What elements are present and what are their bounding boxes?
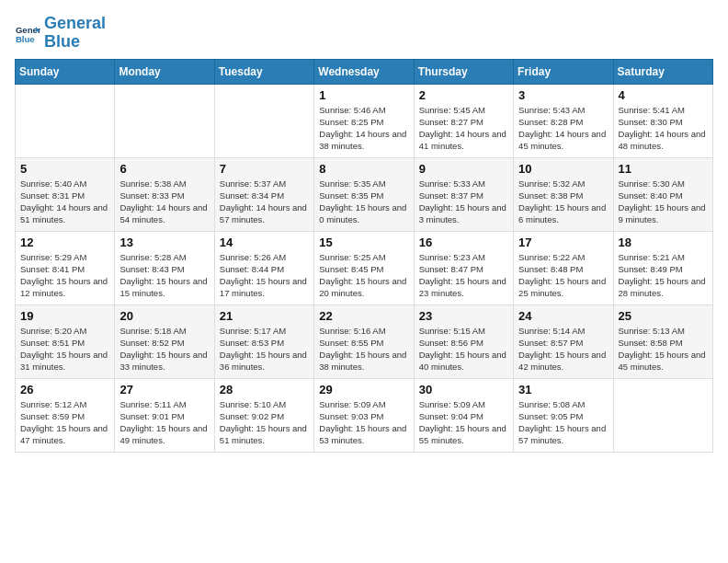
day-number: 13 (119, 236, 209, 249)
cell-info: Sunrise: 5:28 AM Sunset: 8:43 PM Dayligh… (119, 251, 209, 300)
day-number: 16 (419, 236, 508, 249)
svg-text:Blue: Blue (16, 33, 35, 43)
calendar-cell: 2Sunrise: 5:45 AM Sunset: 8:27 PM Daylig… (414, 84, 513, 157)
calendar-week-row: 26Sunrise: 5:12 AM Sunset: 8:59 PM Dayli… (16, 378, 713, 452)
calendar-cell: 24Sunrise: 5:14 AM Sunset: 8:57 PM Dayli… (514, 304, 613, 378)
page-header: General Blue General Blue (15, 15, 713, 52)
day-number: 3 (518, 88, 608, 102)
calendar-cell: 22Sunrise: 5:16 AM Sunset: 8:55 PM Dayli… (314, 304, 414, 378)
cell-info: Sunrise: 5:10 AM Sunset: 9:02 PM Dayligh… (220, 398, 309, 447)
calendar-week-row: 19Sunrise: 5:20 AM Sunset: 8:51 PM Dayli… (16, 304, 713, 378)
cell-info: Sunrise: 5:22 AM Sunset: 8:48 PM Dayligh… (518, 251, 608, 300)
cell-info: Sunrise: 5:40 AM Sunset: 8:31 PM Dayligh… (20, 178, 109, 226)
calendar-cell: 19Sunrise: 5:20 AM Sunset: 8:51 PM Dayli… (16, 304, 115, 378)
logo-icon: General Blue (15, 20, 40, 46)
calendar-cell: 23Sunrise: 5:15 AM Sunset: 8:56 PM Dayli… (414, 304, 513, 378)
calendar-cell: 12Sunrise: 5:29 AM Sunset: 8:41 PM Dayli… (16, 231, 115, 304)
logo: General Blue General Blue (15, 15, 106, 52)
day-number: 8 (319, 162, 408, 176)
calendar-cell: 16Sunrise: 5:23 AM Sunset: 8:47 PM Dayli… (414, 231, 513, 304)
calendar-week-row: 12Sunrise: 5:29 AM Sunset: 8:41 PM Dayli… (16, 231, 713, 304)
cell-info: Sunrise: 5:17 AM Sunset: 8:53 PM Dayligh… (220, 325, 309, 373)
cell-info: Sunrise: 5:30 AM Sunset: 8:40 PM Dayligh… (619, 178, 708, 226)
calendar-cell: 21Sunrise: 5:17 AM Sunset: 8:53 PM Dayli… (214, 304, 313, 378)
cell-info: Sunrise: 5:23 AM Sunset: 8:47 PM Dayligh… (419, 251, 508, 300)
day-number: 22 (319, 309, 408, 323)
day-number: 14 (220, 236, 309, 249)
calendar-cell: 31Sunrise: 5:08 AM Sunset: 9:05 PM Dayli… (514, 378, 613, 452)
day-number: 23 (419, 309, 508, 323)
calendar-cell: 11Sunrise: 5:30 AM Sunset: 8:40 PM Dayli… (613, 157, 712, 231)
day-number: 30 (419, 383, 508, 396)
calendar-cell: 3Sunrise: 5:43 AM Sunset: 8:28 PM Daylig… (514, 84, 613, 157)
day-number: 26 (20, 383, 109, 396)
logo-general: General (44, 15, 106, 33)
weekday-header: Thursday (414, 59, 513, 84)
calendar-cell: 18Sunrise: 5:21 AM Sunset: 8:49 PM Dayli… (613, 231, 712, 304)
calendar-week-row: 1Sunrise: 5:46 AM Sunset: 8:25 PM Daylig… (16, 84, 713, 157)
cell-info: Sunrise: 5:38 AM Sunset: 8:33 PM Dayligh… (119, 178, 209, 226)
day-number: 1 (319, 88, 408, 102)
cell-info: Sunrise: 5:21 AM Sunset: 8:49 PM Dayligh… (619, 251, 708, 300)
cell-info: Sunrise: 5:43 AM Sunset: 8:28 PM Dayligh… (518, 104, 608, 153)
calendar-cell: 29Sunrise: 5:09 AM Sunset: 9:03 PM Dayli… (314, 378, 414, 452)
calendar-table: SundayMondayTuesdayWednesdayThursdayFrid… (15, 59, 713, 453)
calendar-cell: 13Sunrise: 5:28 AM Sunset: 8:43 PM Dayli… (115, 231, 214, 304)
calendar-cell (16, 84, 115, 157)
cell-info: Sunrise: 5:29 AM Sunset: 8:41 PM Dayligh… (20, 251, 109, 300)
day-number: 24 (518, 309, 608, 323)
calendar-cell: 30Sunrise: 5:09 AM Sunset: 9:04 PM Dayli… (414, 378, 513, 452)
cell-info: Sunrise: 5:33 AM Sunset: 8:37 PM Dayligh… (419, 178, 508, 226)
calendar-cell: 27Sunrise: 5:11 AM Sunset: 9:01 PM Dayli… (115, 378, 214, 452)
day-number: 27 (119, 383, 209, 396)
calendar-cell: 7Sunrise: 5:37 AM Sunset: 8:34 PM Daylig… (214, 157, 313, 231)
day-number: 4 (619, 88, 708, 102)
weekday-header: Monday (115, 59, 214, 84)
day-number: 25 (619, 309, 708, 323)
calendar-body: 1Sunrise: 5:46 AM Sunset: 8:25 PM Daylig… (16, 84, 713, 452)
cell-info: Sunrise: 5:32 AM Sunset: 8:38 PM Dayligh… (518, 178, 608, 226)
cell-info: Sunrise: 5:09 AM Sunset: 9:04 PM Dayligh… (419, 398, 508, 447)
calendar-cell: 15Sunrise: 5:25 AM Sunset: 8:45 PM Dayli… (314, 231, 414, 304)
cell-info: Sunrise: 5:18 AM Sunset: 8:52 PM Dayligh… (119, 325, 209, 373)
cell-info: Sunrise: 5:20 AM Sunset: 8:51 PM Dayligh… (20, 325, 109, 373)
day-number: 12 (20, 236, 109, 249)
cell-info: Sunrise: 5:41 AM Sunset: 8:30 PM Dayligh… (619, 104, 708, 153)
calendar-cell (613, 378, 712, 452)
day-number: 28 (220, 383, 309, 396)
day-number: 5 (20, 162, 109, 176)
calendar-cell: 8Sunrise: 5:35 AM Sunset: 8:35 PM Daylig… (314, 157, 414, 231)
day-number: 19 (20, 309, 109, 323)
day-number: 29 (319, 383, 408, 396)
day-number: 2 (419, 88, 508, 102)
day-number: 17 (518, 236, 608, 249)
weekday-header: Friday (514, 59, 613, 84)
calendar-cell: 14Sunrise: 5:26 AM Sunset: 8:44 PM Dayli… (214, 231, 313, 304)
calendar-cell: 5Sunrise: 5:40 AM Sunset: 8:31 PM Daylig… (16, 157, 115, 231)
calendar-cell: 4Sunrise: 5:41 AM Sunset: 8:30 PM Daylig… (613, 84, 712, 157)
cell-info: Sunrise: 5:26 AM Sunset: 8:44 PM Dayligh… (220, 251, 309, 300)
cell-info: Sunrise: 5:15 AM Sunset: 8:56 PM Dayligh… (419, 325, 508, 373)
day-number: 15 (319, 236, 408, 249)
cell-info: Sunrise: 5:16 AM Sunset: 8:55 PM Dayligh… (319, 325, 408, 373)
day-number: 18 (619, 236, 708, 249)
cell-info: Sunrise: 5:45 AM Sunset: 8:27 PM Dayligh… (419, 104, 508, 153)
day-number: 11 (619, 162, 708, 176)
weekday-header: Saturday (613, 59, 712, 84)
cell-info: Sunrise: 5:08 AM Sunset: 9:05 PM Dayligh… (518, 398, 608, 447)
day-number: 10 (518, 162, 608, 176)
calendar-header-row: SundayMondayTuesdayWednesdayThursdayFrid… (16, 59, 713, 84)
calendar-cell: 6Sunrise: 5:38 AM Sunset: 8:33 PM Daylig… (115, 157, 214, 231)
logo-blue: Blue (44, 33, 106, 52)
calendar-cell (214, 84, 313, 157)
day-number: 9 (419, 162, 508, 176)
cell-info: Sunrise: 5:14 AM Sunset: 8:57 PM Dayligh… (518, 325, 608, 373)
calendar-cell: 9Sunrise: 5:33 AM Sunset: 8:37 PM Daylig… (414, 157, 513, 231)
cell-info: Sunrise: 5:37 AM Sunset: 8:34 PM Dayligh… (220, 178, 309, 226)
day-number: 7 (220, 162, 309, 176)
cell-info: Sunrise: 5:09 AM Sunset: 9:03 PM Dayligh… (319, 398, 408, 447)
calendar-cell: 25Sunrise: 5:13 AM Sunset: 8:58 PM Dayli… (613, 304, 712, 378)
cell-info: Sunrise: 5:11 AM Sunset: 9:01 PM Dayligh… (119, 398, 209, 447)
calendar-cell: 17Sunrise: 5:22 AM Sunset: 8:48 PM Dayli… (514, 231, 613, 304)
calendar-cell: 1Sunrise: 5:46 AM Sunset: 8:25 PM Daylig… (314, 84, 414, 157)
